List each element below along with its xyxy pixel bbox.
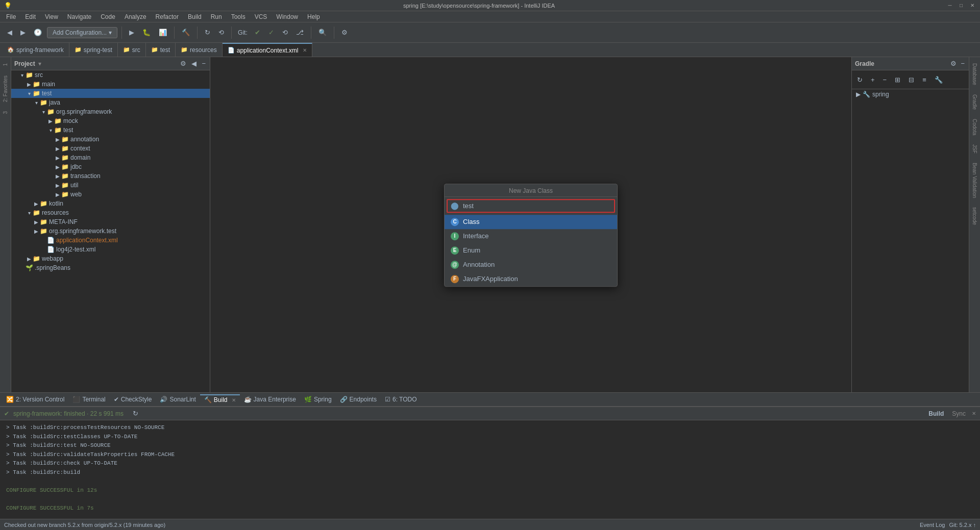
right-tab-database[interactable]: Database xyxy=(970,59,979,89)
popup-item-javafx[interactable]: F JavaFXApplication xyxy=(445,272,617,286)
tab-src[interactable]: 📁 src xyxy=(118,43,146,57)
gradle-wrench-button[interactable]: 🔧 xyxy=(932,72,946,87)
tab-spring-test[interactable]: 📁 spring-test xyxy=(69,43,118,57)
tree-item-java[interactable]: ▾ 📁 java xyxy=(11,98,210,107)
gradle-refresh-button[interactable]: ↻ xyxy=(854,72,866,87)
bottom-tab-sonarlint[interactable]: 🔊 SonarLint xyxy=(156,395,200,404)
gradle-expand-button[interactable]: ⊞ xyxy=(892,72,903,87)
popup-item-enum[interactable]: E Enum xyxy=(445,243,617,258)
build-sync-close-icon[interactable]: ✕ xyxy=(972,411,976,416)
menu-item-build[interactable]: Build xyxy=(184,12,206,21)
menu-item-navigate[interactable]: Navigate xyxy=(63,12,95,21)
menu-item-vcs[interactable]: VCS xyxy=(251,12,272,21)
tree-item-mock[interactable]: ▶ 📁 mock xyxy=(11,116,210,125)
right-tab-setcode[interactable]: setcode xyxy=(970,203,979,229)
right-tab-bean-validation[interactable]: Bean Validation xyxy=(970,159,979,202)
debug-button[interactable]: 🐛 xyxy=(139,26,154,40)
menu-item-window[interactable]: Window xyxy=(272,12,302,21)
gradle-remove-button[interactable]: − xyxy=(880,72,890,87)
tree-item-context[interactable]: ▶ 📁 context xyxy=(11,144,210,153)
menu-item-view[interactable]: View xyxy=(41,12,62,21)
left-tab-2-favorites[interactable]: 2: Favorites xyxy=(1,71,10,106)
tree-item-src[interactable]: ▾ 📁 src xyxy=(11,70,210,80)
recent-files-button[interactable]: 🕐 xyxy=(31,26,45,40)
tree-item-jdbc[interactable]: ▶ 📁 jdbc xyxy=(11,162,210,171)
git-commit-button[interactable]: ✓ xyxy=(265,26,277,40)
bottom-tab-version-control[interactable]: 🔀 2: Version Control xyxy=(2,395,68,404)
tab-test[interactable]: 📁 test xyxy=(146,43,176,57)
tab-close-icon[interactable]: ✕ xyxy=(303,47,307,53)
tree-item-test-sub[interactable]: ▾ 📁 test xyxy=(11,125,210,135)
build-output-content[interactable]: > Task :buildSrc:processTestResources NO… xyxy=(0,420,980,519)
gradle-collapse-btn[interactable]: ⊟ xyxy=(905,72,917,87)
tree-item-org-springframework-test[interactable]: ▶ 📁 org.springframework.test xyxy=(11,226,210,236)
gradle-item-spring[interactable]: ▶ 🔧 spring xyxy=(852,89,969,99)
event-log-label[interactable]: Event Log xyxy=(920,522,945,528)
popup-item-interface[interactable]: I Interface xyxy=(445,229,617,243)
tree-item-web[interactable]: ▶ 📁 web xyxy=(11,190,210,199)
popup-item-annotation[interactable]: @ Annotation xyxy=(445,258,617,272)
tab-spring-framework[interactable]: 🏠 spring-framework xyxy=(2,43,69,57)
tree-item-kotlin[interactable]: ▶ 📁 kotlin xyxy=(11,199,210,208)
left-tab-3[interactable]: 3 xyxy=(1,107,10,118)
popup-search-input[interactable] xyxy=(462,201,611,211)
gradle-collapse-icon[interactable]: − xyxy=(960,59,966,68)
gradle-add-button[interactable]: + xyxy=(868,72,878,87)
tree-item-test-folder[interactable]: ▾ 📁 test xyxy=(11,89,210,98)
close-button[interactable]: ✕ xyxy=(969,2,976,9)
rollback-button[interactable]: ⟲ xyxy=(215,26,227,40)
menu-item-tools[interactable]: Tools xyxy=(227,12,250,21)
tree-item-meta-inf[interactable]: ▶ 📁 META-INF xyxy=(11,217,210,226)
tree-item-domain[interactable]: ▶ 📁 domain xyxy=(11,153,210,162)
tree-item-spring-beans[interactable]: 🌱 .springBeans xyxy=(11,263,210,272)
right-tab-gradle[interactable]: Gradle xyxy=(970,90,979,114)
tree-item-webapp[interactable]: ▶ 📁 webapp xyxy=(11,254,210,263)
left-tab-1[interactable]: 1 xyxy=(1,59,10,70)
add-configuration-button[interactable]: Add Configuration... ▾ xyxy=(47,27,117,38)
project-collapse-icon[interactable]: ◀ xyxy=(190,59,198,68)
gradle-group-button[interactable]: ≡ xyxy=(919,72,929,87)
menu-item-help[interactable]: Help xyxy=(303,12,324,21)
gradle-settings-icon[interactable]: ⚙ xyxy=(949,59,958,68)
menu-item-edit[interactable]: Edit xyxy=(21,12,40,21)
tree-item-resources[interactable]: ▾ 📁 resources xyxy=(11,208,210,217)
build-refresh-button[interactable]: ↻ xyxy=(130,407,141,421)
tree-item-org-springframework[interactable]: ▾ 📁 org.springframework xyxy=(11,107,210,116)
tree-item-log4j2[interactable]: 📄 log4j2-test.xml xyxy=(11,245,210,254)
menu-item-analyze[interactable]: Analyze xyxy=(120,12,151,21)
right-tab-jsf[interactable]: JSF xyxy=(970,140,979,158)
menu-item-refactor[interactable]: Refactor xyxy=(152,12,183,21)
tree-item-annotation[interactable]: ▶ 📁 annotation xyxy=(11,135,210,144)
forward-button[interactable]: ▶ xyxy=(17,26,29,40)
tree-item-main[interactable]: ▶ 📁 main xyxy=(11,80,210,89)
tree-item-application-context[interactable]: 📄 applicationContext.xml xyxy=(11,236,210,245)
run-with-coverage-button[interactable]: 📊 xyxy=(156,26,170,40)
git-update-button[interactable]: ⟲ xyxy=(279,26,291,40)
search-button[interactable]: 🔍 xyxy=(315,26,330,40)
bottom-tab-build[interactable]: 🔨 Build ✕ xyxy=(200,394,240,405)
popup-item-class[interactable]: C Class xyxy=(445,215,617,229)
tree-item-util[interactable]: ▶ 📁 util xyxy=(11,181,210,190)
project-settings-icon[interactable]: ⚙ xyxy=(179,59,187,68)
right-tab-codota[interactable]: Codota xyxy=(970,115,979,139)
menu-item-code[interactable]: Code xyxy=(96,12,119,21)
menu-item-file[interactable]: File xyxy=(2,12,20,21)
project-close-icon[interactable]: − xyxy=(201,59,207,68)
bottom-tab-java-enterprise[interactable]: ☕ Java Enterprise xyxy=(240,395,300,404)
build-close-icon[interactable]: ✕ xyxy=(232,397,236,403)
bottom-tab-endpoints[interactable]: 🔗 Endpoints xyxy=(336,395,381,404)
settings-button[interactable]: ⚙ xyxy=(338,26,351,40)
git-checkmark-button[interactable]: ✔ xyxy=(252,26,263,40)
update-button[interactable]: ↻ xyxy=(202,26,213,40)
bottom-tab-todo[interactable]: ☑ 6: TODO xyxy=(381,395,421,404)
build-button[interactable]: 🔨 xyxy=(179,26,193,40)
git-history-button[interactable]: ⎇ xyxy=(293,26,307,40)
minimize-button[interactable]: ─ xyxy=(946,2,953,9)
tab-resources[interactable]: 📁 resources xyxy=(176,43,223,57)
tree-item-transaction[interactable]: ▶ 📁 transaction xyxy=(11,171,210,181)
menu-item-run[interactable]: Run xyxy=(207,12,226,21)
tab-application-context-xml[interactable]: 📄 applicationContext.xml ✕ xyxy=(223,43,312,57)
maximize-button[interactable]: □ xyxy=(958,2,965,9)
run-button[interactable]: ▶ xyxy=(126,26,137,40)
bottom-tab-spring[interactable]: 🌿 Spring xyxy=(300,395,336,404)
